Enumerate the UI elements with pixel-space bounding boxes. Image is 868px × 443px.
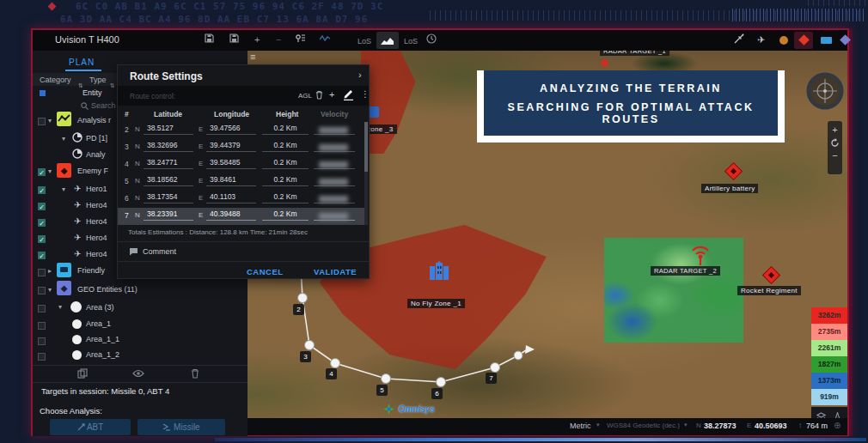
tree-item-pd[interactable]: PD [1] [86,134,107,143]
latitude-input[interactable]: 38.5127 [144,124,193,135]
waypoint-tag-4[interactable]: 4 [326,368,337,379]
height-input[interactable]: 0.2 Km [262,175,309,186]
abt-analysis-button[interactable]: ABT [50,419,131,435]
enemy-category-button-selected[interactable] [794,32,813,49]
height-input[interactable]: 0.2 Km [262,192,309,203]
search-input[interactable]: Search [91,101,116,110]
chevron-down-icon[interactable]: ▾ [48,117,52,124]
tree-item-enemy[interactable]: Enemy F [77,167,108,175]
longitude-input[interactable]: 39.58485 [206,158,256,169]
tree-checkbox[interactable] [38,287,46,294]
remove-icon[interactable]: − [276,33,281,46]
entity-checkbox[interactable] [40,90,46,96]
tree-checkbox[interactable] [38,118,46,125]
latitude-input[interactable]: 38.24771 [144,158,193,169]
add-waypoint-icon[interactable]: + [329,89,334,100]
column-type[interactable]: Type [89,76,107,84]
chevron-down-icon[interactable]: ▾ [62,135,65,143]
friendly-category-icon[interactable] [821,37,832,44]
waypoint-tag-7[interactable]: 7 [486,373,497,384]
tree-item-hero4[interactable]: Hero4 [86,234,107,242]
more-options-icon[interactable]: ⋮ [361,89,370,99]
tree-checkbox[interactable] [38,337,46,345]
tree-item-hero4[interactable]: Hero4 [86,217,107,226]
tree-checkbox[interactable] [38,305,46,313]
tree-checkbox-checked[interactable] [38,235,46,243]
tree-item-area1-2[interactable]: Area_1_2 [86,350,119,359]
trash-icon[interactable] [191,368,199,379]
chevron-down-icon[interactable]: ▾ [58,303,62,311]
waypoint-row[interactable]: 6 N 38.17354 E 40.1103 0.2 Km [118,191,365,208]
orange-entity-icon[interactable] [779,36,788,45]
waypoint-tag-6[interactable]: 6 [431,388,443,399]
latitude-input[interactable]: 38.17354 [144,192,193,203]
globe-icon[interactable]: ⊕ [834,421,840,430]
tree-checkbox-checked[interactable] [38,186,46,194]
waveform-icon[interactable] [320,33,331,43]
cancel-button[interactable]: CANCEL [247,267,284,276]
terrain-profile-button-selected[interactable] [376,32,399,49]
chevron-right-icon[interactable]: ▸ [48,267,52,275]
longitude-input[interactable]: 39.47566 [206,124,256,135]
tree-item-hero1[interactable]: Hero1 [86,185,107,193]
height-input[interactable]: 0.2 Km [262,141,309,152]
clock-icon[interactable] [426,33,437,44]
chevron-right-icon[interactable]: › [358,70,362,80]
add-icon[interactable]: + [254,33,260,46]
waypoint-tag-5[interactable]: 5 [376,385,388,396]
rocket-icon[interactable] [733,33,744,45]
tree-checkbox[interactable] [38,269,46,276]
agl-toggle[interactable]: AGL [298,92,312,100]
comment-field[interactable]: Comment [143,247,176,256]
tree-checkbox-checked[interactable] [38,219,46,227]
datum-select[interactable]: WGS84 Geodetic (dec.) [607,422,680,429]
column-category[interactable]: Category [40,76,71,84]
zoom-out-button[interactable]: − [828,148,842,165]
waypoint-row-selected[interactable]: 7 N 38.23391 E 40.39488 0.2 Km [118,208,365,225]
compass-control[interactable] [806,72,844,110]
los-label-1[interactable]: LoS [358,34,371,48]
tree-item-hero4[interactable]: Hero4 [86,201,107,209]
tree-checkbox[interactable] [38,353,46,361]
waypoint-list-icon[interactable] [296,33,306,44]
delete-waypoint-icon[interactable] [315,90,323,100]
longitude-input[interactable]: 39.44379 [206,141,256,152]
table-scrollbar-thumb[interactable] [364,122,368,172]
units-select[interactable]: Metric [570,422,591,430]
waypoint-tag-3[interactable]: 3 [300,351,311,362]
table-scrollbar-track[interactable] [364,122,368,225]
longitude-input[interactable]: 40.39488 [206,209,256,221]
chevron-down-icon[interactable]: ▾ [48,167,52,175]
validate-button[interactable]: VALIDATE [314,267,357,276]
waypoint-row[interactable]: 5 N 38.18562 E 39.8461 0.2 Km [118,173,365,191]
edit-route-icon[interactable] [343,88,354,100]
chevron-down-icon[interactable]: ▾ [48,286,52,294]
waypoint-row[interactable]: 4 N 38.24771 E 39.58485 0.2 Km [118,156,365,173]
waypoint-row[interactable]: 2 N 38.5127 E 39.47566 0.2 Km [118,122,365,139]
tree-checkbox-checked[interactable] [38,252,46,259]
chevron-down-icon[interactable]: ▾ [62,185,65,193]
tree-item-area-group[interactable]: Area (3) [86,303,114,312]
units-chevron-icon[interactable]: ▾ [596,422,600,428]
tab-plan[interactable]: PLAN [69,58,95,67]
zoom-in-button[interactable]: + [828,121,842,138]
duplicate-icon[interactable] [77,368,88,379]
tree-item-hero4[interactable]: Hero4 [86,250,107,258]
tree-item-area1-1[interactable]: Area_1_1 [86,335,119,343]
save-as-icon[interactable] [229,33,239,43]
map-menu-icon[interactable]: ≡ [250,52,255,62]
save-icon[interactable] [205,33,214,43]
height-input[interactable]: 0.2 Km [262,158,309,169]
tree-item-friendly[interactable]: Friendly [77,266,105,275]
eye-icon[interactable] [132,369,144,378]
los-label-2[interactable]: LoS [404,34,418,48]
latitude-input[interactable]: 38.18562 [144,175,193,186]
missile-analysis-button[interactable]: Missile [138,419,225,435]
height-input[interactable]: 0.2 Km [262,124,309,135]
waypoint-row[interactable]: 3 N 38.32696 E 39.44379 0.2 Km [118,139,365,156]
reset-view-button[interactable] [830,138,840,148]
waypoint-tag-2[interactable]: 2 [293,304,304,315]
tree-item-geo-entities[interactable]: GEO Entities (11) [77,285,138,294]
datum-chevron-icon[interactable]: ▾ [684,422,688,428]
latitude-input[interactable]: 38.32696 [144,141,193,152]
